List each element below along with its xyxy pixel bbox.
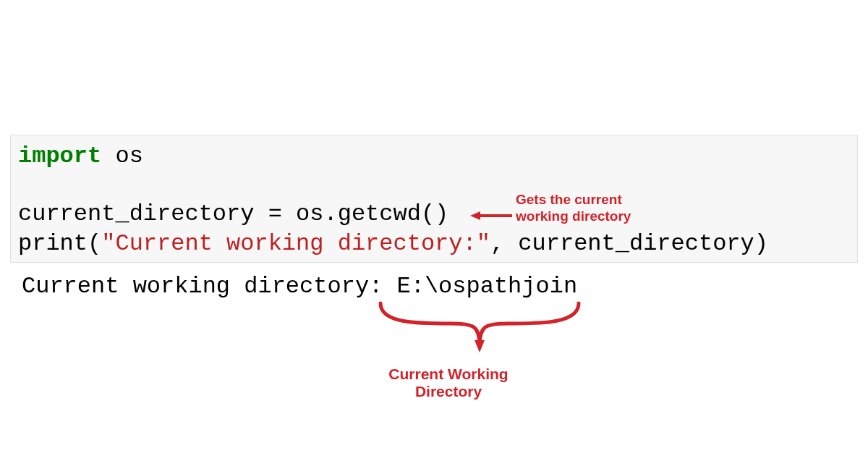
arrow-left-icon <box>470 210 512 221</box>
code-block: import os current_directory = os.getcwd(… <box>10 135 858 263</box>
blank-line <box>18 172 850 199</box>
code-line-3: current_directory = os.getcwd() <box>18 199 850 229</box>
keyword-import: import <box>18 143 101 169</box>
output-path: E:\ospathjoin <box>396 273 577 300</box>
func-print: print <box>18 230 88 257</box>
code-rest: , current_directory) <box>490 230 768 257</box>
annotation-gets-cwd: Gets the currentworking directory <box>516 192 668 225</box>
string-literal: "Current working directory:" <box>101 230 490 257</box>
module-os: os <box>101 143 143 169</box>
output-line: Current working directory: E:\ospathjoin <box>22 273 577 300</box>
output-label: Current working directory: <box>22 273 396 300</box>
code-line-1: import os <box>18 141 850 172</box>
annotation-cwd-label: Current WorkingDirectory <box>369 366 528 400</box>
svg-marker-2 <box>475 340 485 352</box>
svg-marker-1 <box>470 211 480 220</box>
code-line-4: print("Current working directory:", curr… <box>18 229 850 259</box>
brace-icon <box>375 300 584 355</box>
paren-open: ( <box>88 230 101 257</box>
